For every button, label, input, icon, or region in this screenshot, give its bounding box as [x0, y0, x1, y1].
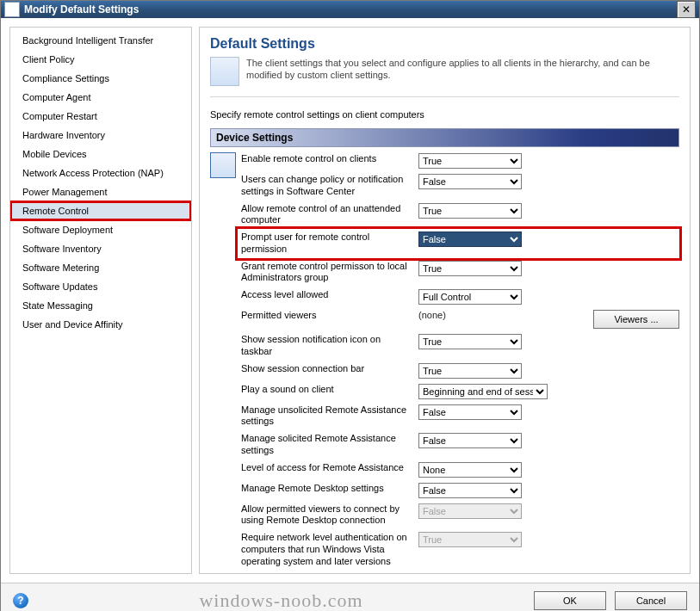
sidebar-item[interactable]: Hardware Inventory: [10, 126, 191, 145]
setting-row: Prompt user for remote control permissio…: [238, 229, 679, 258]
setting-label: Manage solicited Remote Assistance setti…: [241, 433, 418, 457]
sidebar-item-label: Software Metering: [22, 262, 99, 273]
sidebar-item-label: State Messaging: [22, 300, 93, 311]
setting-label: Grant remote control permisson to local …: [241, 261, 418, 285]
setting-label: Allow remote control of an unattended co…: [241, 203, 418, 227]
sidebar-item-label: Remote Control: [22, 206, 89, 216]
sidebar-item[interactable]: Network Access Protection (NAP): [10, 164, 191, 182]
setting-select[interactable]: True: [418, 153, 522, 169]
setting-select[interactable]: Full Control: [418, 289, 522, 305]
setting-label: Users can change policy or notification …: [241, 174, 418, 198]
setting-row: Access level allowedFull Control: [241, 287, 679, 307]
sidebar-item[interactable]: Power Management: [10, 182, 191, 201]
dialog-window: Modify Default Settings ✕ Background Int…: [0, 0, 700, 611]
viewers-button[interactable]: Viewers ...: [593, 310, 679, 329]
sidebar-item[interactable]: Remote Control: [10, 201, 191, 220]
setting-row: Grant remote control permisson to local …: [241, 258, 679, 287]
sidebar-item-label: Network Access Protection (NAP): [22, 168, 164, 178]
setting-select: False: [418, 503, 522, 519]
page-heading: Default Settings: [210, 36, 679, 52]
setting-label: Show session notification icon on taskba…: [241, 334, 418, 358]
sidebar-item-label: Software Inventory: [22, 244, 102, 254]
sidebar-item[interactable]: Mobile Devices: [10, 145, 191, 164]
divider: [210, 96, 679, 97]
setting-select[interactable]: True: [418, 363, 522, 379]
section-header-device-settings: Device Settings: [210, 128, 679, 147]
main-panel: Default Settings The client settings tha…: [199, 27, 691, 574]
setting-value-cell: False: [418, 433, 530, 448]
setting-row: Enable remote control on clientsTrue: [241, 151, 679, 171]
sidebar: Background Intelligent TransferClient Po…: [9, 27, 192, 574]
setting-select[interactable]: None: [418, 462, 522, 478]
setting-value-cell: True: [418, 261, 530, 276]
sidebar-item-label: Hardware Inventory: [22, 130, 105, 140]
sidebar-item[interactable]: Computer Restart: [10, 107, 191, 126]
setting-value-cell: False: [418, 404, 530, 420]
setting-select[interactable]: True: [418, 203, 522, 219]
sidebar-item[interactable]: Software Inventory: [10, 239, 191, 258]
setting-label: Enable remote control on clients: [241, 153, 418, 165]
setting-select[interactable]: False: [418, 433, 522, 448]
setting-value-cell: Beginning and end of session: [418, 384, 548, 399]
setting-value-cell: True: [418, 334, 530, 349]
sidebar-item[interactable]: Software Metering: [10, 258, 191, 277]
sidebar-item[interactable]: Compliance Settings: [10, 69, 191, 88]
settings-header-icon: [210, 57, 239, 86]
sidebar-item-label: Computer Restart: [22, 111, 97, 121]
setting-static-value: (none): [418, 310, 446, 320]
setting-row: Manage Remote Desktop settingsFalse: [241, 480, 679, 501]
setting-select[interactable]: False: [418, 404, 522, 420]
sidebar-item-label: Software Updates: [22, 281, 97, 292]
sidebar-item[interactable]: Computer Agent: [10, 88, 191, 107]
setting-value-cell: True: [418, 532, 530, 547]
setting-select: True: [418, 532, 522, 547]
footer: ? windows-noob.com OK Cancel: [1, 583, 699, 611]
setting-select[interactable]: False: [418, 174, 522, 189]
device-settings-icon: [210, 152, 236, 178]
watermark-text: windows-noob.com: [37, 589, 525, 611]
setting-row: Allow remote control of an unattended co…: [241, 201, 679, 230]
setting-row: Users can change policy or notification …: [241, 171, 679, 201]
setting-value-cell: (none): [418, 310, 530, 320]
sidebar-item[interactable]: Software Updates: [10, 277, 191, 296]
sidebar-item[interactable]: Client Policy: [10, 50, 191, 69]
setting-value-cell: False: [418, 231, 530, 247]
sidebar-item-label: User and Device Affinity: [22, 319, 123, 330]
setting-select[interactable]: False: [418, 483, 522, 498]
setting-row: Manage solicited Remote Assistance setti…: [241, 430, 679, 460]
setting-select[interactable]: True: [418, 261, 522, 276]
help-icon[interactable]: ?: [13, 593, 28, 608]
close-button[interactable]: ✕: [677, 1, 696, 18]
sidebar-item-label: Software Deployment: [22, 225, 113, 235]
setting-select[interactable]: False: [418, 231, 522, 247]
setting-label: Manage Remote Desktop settings: [241, 483, 418, 495]
sidebar-item[interactable]: State Messaging: [10, 296, 191, 315]
setting-value-cell: False: [418, 483, 530, 498]
sidebar-item[interactable]: Background Intelligent Transfer: [10, 31, 191, 50]
setting-row: Play a sound on clientBeginning and end …: [241, 381, 679, 402]
setting-value-cell: False: [418, 174, 530, 189]
setting-row: Allow permitted viewers to connect by us…: [241, 501, 679, 530]
setting-label: Require network level authentication on …: [241, 532, 418, 567]
sidebar-item[interactable]: User and Device Affinity: [10, 315, 191, 334]
setting-value-cell: None: [418, 462, 530, 478]
sidebar-item-label: Mobile Devices: [22, 149, 87, 159]
settings-grid: Enable remote control on clientsTrueUser…: [241, 151, 679, 570]
setting-value-cell: True: [418, 203, 530, 219]
setting-label: Access level allowed: [241, 289, 418, 301]
setting-label: Show session connection bar: [241, 363, 418, 375]
sidebar-item[interactable]: Software Deployment: [10, 220, 191, 239]
setting-row: Show session notification icon on taskba…: [241, 331, 679, 361]
setting-row: Level of access for Remote AssistanceNon…: [241, 460, 679, 480]
setting-select[interactable]: True: [418, 334, 522, 349]
setting-label: Level of access for Remote Assistance: [241, 462, 418, 474]
ok-button[interactable]: OK: [534, 591, 606, 610]
setting-row: Require network level authentication on …: [241, 529, 679, 570]
setting-select[interactable]: Beginning and end of session: [418, 384, 548, 399]
setting-label: Play a sound on client: [241, 384, 418, 396]
instruction-text: Specify remote control settings on clien…: [210, 109, 679, 120]
cancel-button[interactable]: Cancel: [615, 591, 687, 610]
setting-value-cell: True: [418, 363, 530, 379]
page-description: The client settings that you select and …: [246, 57, 679, 86]
close-icon: ✕: [682, 3, 691, 15]
